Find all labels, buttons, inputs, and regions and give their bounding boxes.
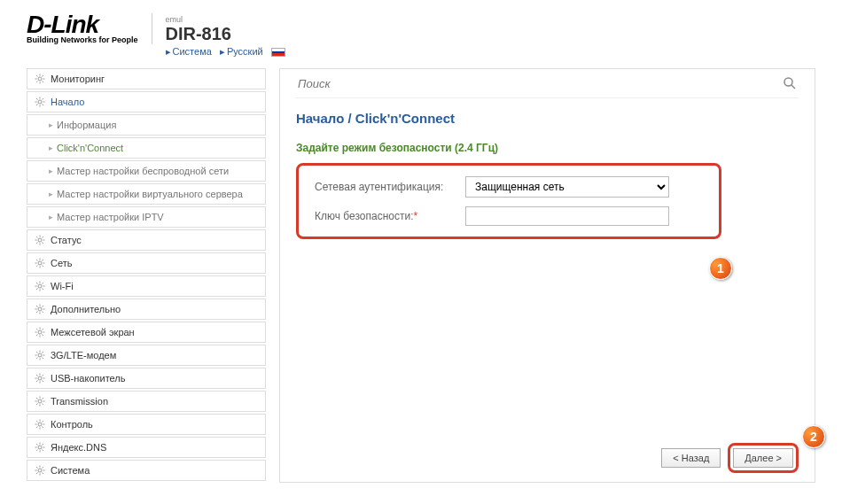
svg-line-59 — [36, 329, 37, 330]
svg-line-97 — [36, 427, 37, 428]
sidebar-subitem-2[interactable]: ▸Информация — [27, 114, 266, 136]
svg-point-18 — [38, 238, 42, 242]
auth-select[interactable]: Защищенная сеть — [465, 176, 669, 198]
sidebar-item-label: Информация — [57, 120, 116, 130]
sidebar-item-label: Мониторинг — [51, 74, 105, 84]
svg-line-118 — [791, 85, 795, 89]
key-input[interactable] — [465, 206, 669, 226]
header-crumbs: ▸Система ▸Русский — [166, 46, 285, 58]
emul-label: emul — [166, 15, 285, 24]
svg-line-80 — [43, 375, 43, 376]
gear-icon — [35, 258, 45, 268]
svg-line-98 — [43, 421, 43, 422]
gear-icon — [35, 281, 45, 291]
svg-line-33 — [43, 266, 43, 267]
svg-line-6 — [43, 81, 43, 82]
svg-point-45 — [38, 307, 42, 311]
sidebar-subitem-6[interactable]: ▸Мастер настройки IPTV — [27, 206, 266, 228]
sidebar-item-label: Дополнительно — [51, 304, 121, 314]
sidebar-item-16[interactable]: Яндекс.DNS — [27, 437, 266, 458]
next-button-highlight: Далее > — [728, 443, 799, 473]
chevron-right-icon: ▸ — [49, 167, 53, 175]
svg-line-68 — [36, 352, 37, 353]
search-input[interactable] — [298, 77, 783, 90]
model-name: DIR-816 — [166, 24, 285, 44]
svg-line-5 — [36, 75, 37, 76]
svg-point-9 — [38, 100, 42, 104]
sidebar-item-12[interactable]: 3G/LTE-модем — [27, 345, 266, 366]
svg-line-77 — [36, 375, 37, 376]
sidebar-item-label: Мастер настройки виртуального сервера — [57, 189, 243, 199]
svg-line-89 — [43, 398, 43, 399]
crumb-system[interactable]: Система — [173, 46, 212, 57]
svg-line-34 — [36, 266, 37, 267]
svg-line-86 — [36, 398, 37, 399]
svg-line-113 — [36, 467, 37, 468]
svg-point-36 — [38, 284, 42, 288]
logo: D-Link Building Networks for People — [27, 13, 152, 44]
sidebar-subitem-4[interactable]: ▸Мастер настройки беспроводной сети — [27, 160, 266, 182]
sidebar-subitem-5[interactable]: ▸Мастер настройки виртуального сервера — [27, 183, 266, 205]
sidebar-item-13[interactable]: USB-накопитель — [27, 368, 266, 389]
svg-line-116 — [43, 467, 43, 468]
svg-line-96 — [43, 427, 43, 428]
svg-point-54 — [38, 330, 42, 334]
callout-2: 2 — [802, 425, 825, 448]
sidebar-item-14[interactable]: Transmission — [27, 391, 266, 412]
svg-line-26 — [43, 236, 43, 237]
svg-line-32 — [36, 260, 37, 260]
header: D-Link Building Networks for People emul… — [27, 13, 815, 58]
gear-icon — [35, 373, 45, 384]
sidebar-item-label: 3G/LTE-модем — [51, 350, 116, 361]
svg-line-23 — [36, 236, 37, 237]
svg-line-51 — [43, 312, 43, 313]
sidebar-item-label: Transmission — [51, 396, 108, 407]
sidebar-item-label: Сеть — [51, 258, 72, 268]
svg-line-52 — [36, 312, 37, 313]
svg-line-17 — [43, 98, 43, 99]
sidebar-item-label: USB-накопитель — [51, 373, 125, 384]
sidebar-item-7[interactable]: Статус — [27, 229, 266, 251]
svg-line-69 — [43, 358, 43, 359]
logo-text: D-Link — [27, 13, 138, 35]
button-row: < Назад Далее > — [296, 425, 799, 473]
chevron-right-icon: ▸ — [49, 143, 53, 152]
svg-line-60 — [43, 335, 43, 336]
gear-icon — [35, 327, 45, 337]
sidebar-item-10[interactable]: Дополнительно — [27, 299, 266, 320]
key-label: Ключ безопасности:* — [315, 210, 465, 222]
chevron-right-icon: ▸ — [49, 190, 53, 198]
sidebar-item-1[interactable]: Начало — [27, 91, 266, 112]
search-icon[interactable] — [783, 76, 797, 90]
sidebar-item-17[interactable]: Система — [27, 460, 266, 481]
sidebar-item-0[interactable]: Мониторинг — [27, 68, 266, 89]
gear-icon — [35, 442, 45, 453]
sidebar-item-label: Яндекс.DNS — [51, 442, 106, 453]
svg-line-62 — [43, 329, 43, 330]
svg-point-117 — [784, 78, 792, 86]
svg-line-14 — [36, 98, 37, 99]
svg-point-0 — [38, 77, 42, 81]
sidebar-item-8[interactable]: Сеть — [27, 252, 266, 274]
svg-point-90 — [38, 423, 42, 426]
crumb-lang[interactable]: Русский — [227, 46, 263, 57]
svg-line-35 — [43, 260, 43, 260]
svg-line-15 — [43, 105, 43, 105]
sidebar-item-label: Wi-Fi — [51, 281, 74, 291]
sidebar-item-15[interactable]: Контроль — [27, 414, 266, 435]
svg-line-71 — [43, 352, 43, 353]
svg-point-99 — [38, 446, 42, 449]
logo-tagline: Building Networks for People — [27, 35, 138, 44]
svg-line-43 — [36, 289, 37, 290]
sidebar-item-9[interactable]: Wi-Fi — [27, 275, 266, 297]
next-button[interactable]: Далее > — [733, 448, 793, 468]
sidebar-item-label: Контроль — [51, 419, 93, 430]
sidebar-item-label: Система — [51, 465, 90, 476]
svg-line-44 — [43, 283, 43, 283]
sidebar-item-11[interactable]: Межсетевой экран — [27, 322, 266, 343]
back-button[interactable]: < Назад — [661, 448, 721, 468]
sidebar-subitem-3[interactable]: ▸Click'n'Connect — [27, 137, 266, 159]
svg-line-106 — [36, 450, 37, 451]
svg-line-25 — [36, 243, 37, 244]
svg-line-88 — [36, 404, 37, 405]
